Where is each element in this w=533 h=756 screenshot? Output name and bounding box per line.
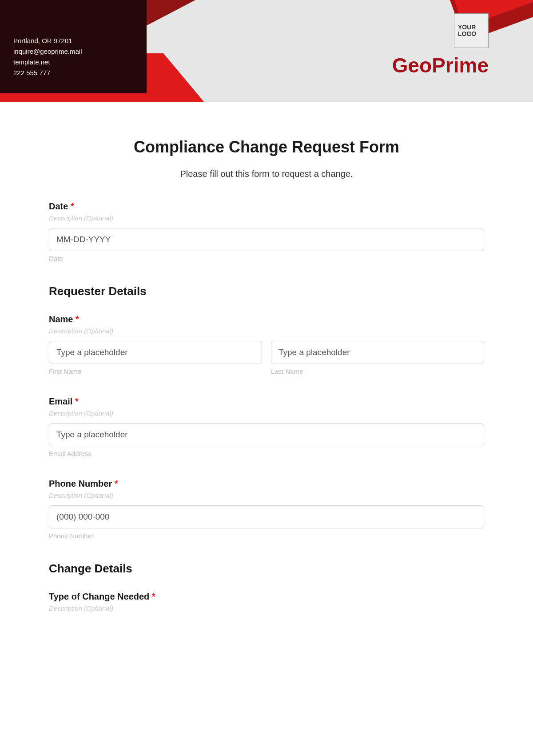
contact-phone: 222 555 777 — [13, 68, 82, 78]
section-change: Change Details — [49, 562, 484, 576]
phone-input[interactable] — [49, 505, 484, 528]
date-sublabel: Date — [49, 255, 484, 262]
last-name-input[interactable] — [271, 341, 484, 364]
form-body: Compliance Change Request Form Please fi… — [0, 102, 533, 627]
required-mark: * — [71, 201, 74, 211]
field-name: Name * Description (Optional) First Name… — [49, 314, 484, 375]
phone-label: Phone Number * — [49, 479, 484, 489]
last-name-sublabel: Last Name — [271, 368, 484, 375]
brand-name: GeoPrime — [392, 53, 489, 77]
contact-email: inquire@geoprime.mail — [13, 46, 82, 57]
description-hint: Description (Optional) — [49, 409, 484, 417]
contact-block: Portland, OR 97201 inquire@geoprime.mail… — [13, 36, 82, 78]
field-date: Date * Description (Optional) Date — [49, 201, 484, 262]
logo-placeholder: YOUR LOGO — [454, 13, 489, 48]
description-hint: Description (Optional) — [49, 492, 484, 499]
description-hint: Description (Optional) — [49, 214, 484, 222]
form-title: Compliance Change Request Form — [49, 138, 484, 156]
form-subtitle: Please fill out this form to request a c… — [49, 169, 484, 179]
letterhead-header: Portland, OR 97201 inquire@geoprime.mail… — [0, 0, 533, 102]
change-type-label: Type of Change Needed * — [49, 592, 484, 602]
email-input[interactable] — [49, 423, 484, 446]
required-mark: * — [76, 314, 79, 324]
required-mark: * — [75, 396, 79, 406]
field-phone: Phone Number * Description (Optional) Ph… — [49, 479, 484, 540]
name-label: Name * — [49, 314, 484, 324]
date-input[interactable] — [49, 228, 484, 251]
section-requester: Requester Details — [49, 284, 484, 298]
date-label: Date * — [49, 201, 484, 212]
contact-address: Portland, OR 97201 — [13, 36, 82, 46]
description-hint: Description (Optional) — [49, 327, 484, 335]
phone-sublabel: Phone Number — [49, 532, 484, 540]
required-mark: * — [152, 592, 155, 601]
field-change-type: Type of Change Needed * Description (Opt… — [49, 592, 484, 612]
email-sublabel: Email Address — [49, 450, 484, 457]
first-name-input[interactable] — [49, 341, 262, 364]
required-mark: * — [115, 479, 118, 488]
first-name-sublabel: First Name — [49, 368, 262, 375]
email-label: Email * — [49, 396, 484, 407]
contact-site: template.net — [13, 57, 82, 68]
description-hint: Description (Optional) — [49, 604, 484, 612]
field-email: Email * Description (Optional) Email Add… — [49, 396, 484, 457]
